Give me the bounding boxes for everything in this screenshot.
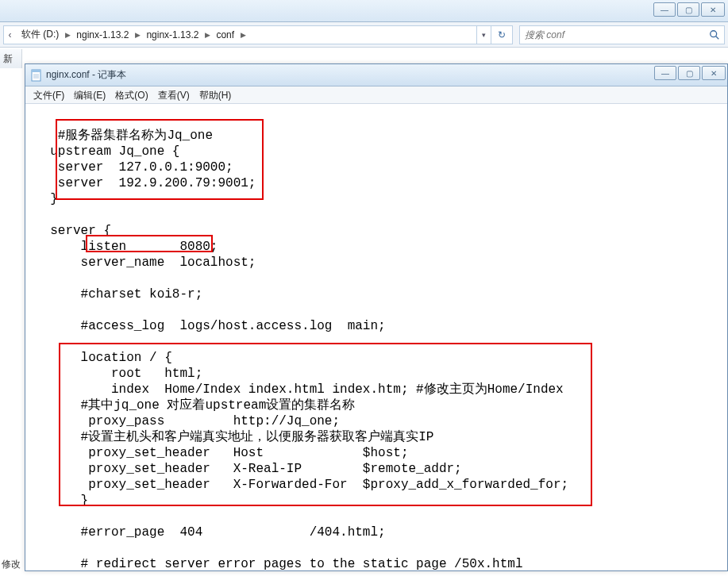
search-icon[interactable] (705, 26, 724, 44)
chevron-right-icon[interactable]: ▶ (239, 26, 247, 44)
breadcrumb-segment[interactable]: nginx-1.13.2 (71, 26, 133, 44)
refresh-icon: ↻ (498, 29, 506, 40)
breadcrumb-segment[interactable]: conf (211, 26, 239, 44)
menu-format[interactable]: 格式(O) (110, 86, 152, 104)
notepad-icon (30, 69, 43, 82)
notepad-minimize-button[interactable]: — (654, 66, 676, 80)
svg-line-1 (716, 36, 719, 39)
refresh-button[interactable]: ↻ (491, 25, 513, 44)
notepad-window-controls: — ▢ ✕ (653, 66, 726, 80)
breadcrumb-segment[interactable]: nginx-1.13.2 (141, 26, 203, 44)
parent-window-titlebar: — ▢ ✕ (0, 0, 728, 22)
chevron-right-icon[interactable]: ▶ (64, 26, 71, 44)
breadcrumb[interactable]: ‹ 软件 (D:) ▶ nginx-1.13.2 ▶ nginx-1.13.2 … (3, 25, 491, 44)
notepad-maximize-button[interactable]: ▢ (678, 66, 700, 80)
menu-file[interactable]: 文件(F) (29, 86, 69, 104)
notepad-text-area[interactable]: #服务器集群名称为Jq_one upstream Jq_one { server… (25, 104, 727, 570)
breadcrumb-back-icon[interactable]: ‹ (4, 26, 17, 44)
chevron-right-icon[interactable]: ▶ (203, 26, 211, 44)
parent-maximize-button[interactable]: ▢ (677, 2, 699, 17)
menu-edit[interactable]: 编辑(E) (69, 86, 110, 104)
chevron-right-icon[interactable]: ▶ (133, 26, 141, 44)
svg-rect-3 (32, 70, 40, 72)
parent-close-button[interactable]: ✕ (701, 2, 725, 17)
breadcrumb-dropdown-icon[interactable]: ▾ (476, 26, 491, 44)
status-modified-label: 修改 (0, 555, 22, 573)
notepad-titlebar[interactable]: nginx.conf - 记事本 — ▢ ✕ (25, 64, 727, 86)
search-input[interactable] (520, 29, 705, 40)
parent-window-controls: — ▢ ✕ (652, 2, 725, 17)
breadcrumb-segment[interactable]: 软件 (D:) (17, 26, 64, 44)
notepad-title: nginx.conf - 记事本 (46, 68, 126, 82)
menu-view[interactable]: 查看(V) (153, 86, 195, 104)
toolbar-new-label[interactable]: 新 (0, 49, 22, 68)
notepad-window: nginx.conf - 记事本 — ▢ ✕ 文件(F) 编辑(E) 格式(O)… (25, 63, 728, 571)
notepad-menubar: 文件(F) 编辑(E) 格式(O) 查看(V) 帮助(H) (25, 86, 727, 104)
parent-minimize-button[interactable]: — (653, 2, 676, 17)
menu-help[interactable]: 帮助(H) (195, 86, 237, 104)
notepad-close-button[interactable]: ✕ (702, 66, 726, 80)
explorer-address-bar: ‹ 软件 (D:) ▶ nginx-1.13.2 ▶ nginx-1.13.2 … (0, 22, 728, 48)
svg-point-0 (711, 30, 717, 36)
search-box[interactable] (519, 25, 725, 44)
